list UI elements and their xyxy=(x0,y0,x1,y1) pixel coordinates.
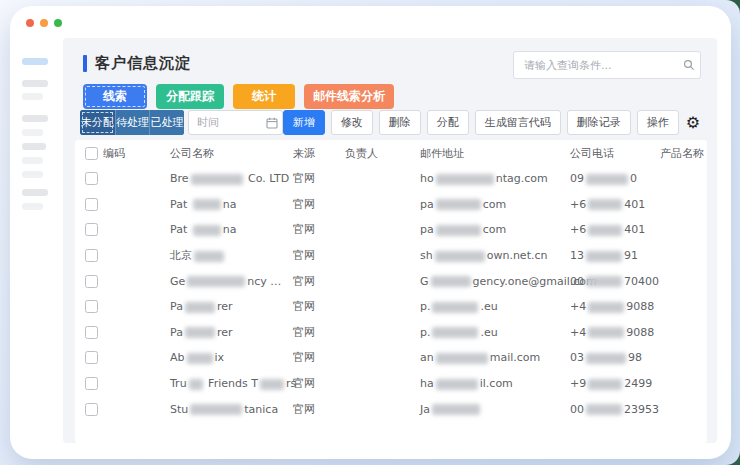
sidebar-skeleton-item xyxy=(22,58,48,65)
row-checkbox-wrap xyxy=(85,198,103,211)
tab-3[interactable]: 邮件线索分析 xyxy=(304,84,394,109)
table-row: Tru Friends Trs官网hail.com+92499 xyxy=(75,371,707,397)
cell-company: Pat na xyxy=(170,223,293,236)
cell-phone: 0398 xyxy=(570,351,660,364)
row-checkbox[interactable] xyxy=(85,172,98,185)
tab-1[interactable]: 分配跟踪 xyxy=(156,84,224,109)
cell-company: Abix xyxy=(170,351,293,364)
row-checkbox[interactable] xyxy=(85,300,98,313)
redacted-text xyxy=(187,353,213,364)
column-header-3: 负责人 xyxy=(345,146,420,161)
cell-source: 官网 xyxy=(293,402,345,417)
cell-email: Ggency.one@gmail.com xyxy=(420,275,570,288)
segment-1[interactable]: 待处理 xyxy=(115,110,150,135)
column-header-0: 编码 xyxy=(103,146,170,161)
sidebar-skeleton xyxy=(10,46,63,459)
date-filter xyxy=(188,110,283,135)
cell-email: shown.net.cn xyxy=(420,249,570,262)
redacted-text xyxy=(432,404,480,415)
search-icon[interactable] xyxy=(678,59,700,71)
row-checkbox-wrap xyxy=(85,275,103,288)
filter-toolbar: 未分配待处理已处理 新增修改删除分配生成留言代码删除记录操作⚙ xyxy=(80,110,701,135)
cell-phone: 090 xyxy=(570,172,660,185)
gear-icon[interactable]: ⚙ xyxy=(685,110,701,135)
search-input[interactable] xyxy=(514,59,678,72)
redacted-text xyxy=(588,379,622,390)
select-all-checkbox[interactable] xyxy=(85,147,98,160)
close-window-dot[interactable] xyxy=(26,19,34,27)
row-checkbox[interactable] xyxy=(85,275,98,288)
redacted-text xyxy=(588,302,624,313)
cell-source: 官网 xyxy=(293,248,345,263)
column-header-4: 邮件地址 xyxy=(420,146,570,161)
action-button-6[interactable]: 操作 xyxy=(637,110,679,135)
sidebar-skeleton-item xyxy=(22,157,43,164)
row-checkbox[interactable] xyxy=(85,249,98,262)
action-button-5[interactable]: 删除记录 xyxy=(567,110,631,135)
maximize-window-dot[interactable] xyxy=(54,19,62,27)
cell-source: 官网 xyxy=(293,197,345,212)
cell-company: Pat na xyxy=(170,198,293,211)
table-row: Stutanica官网Ja0023953 xyxy=(75,396,707,422)
action-button-3[interactable]: 分配 xyxy=(427,110,469,135)
action-button-4[interactable]: 生成留言代码 xyxy=(475,110,561,135)
redacted-text xyxy=(586,276,622,287)
cell-email: p..eu xyxy=(420,300,570,313)
cell-email: anmail.com xyxy=(420,351,570,364)
column-header-5: 公司电话 xyxy=(570,146,660,161)
cell-source: 官网 xyxy=(293,274,345,289)
redacted-text xyxy=(194,251,224,262)
cell-email: pacom xyxy=(420,223,570,236)
row-checkbox-wrap xyxy=(85,223,103,236)
redacted-text xyxy=(185,327,215,338)
redacted-text xyxy=(588,327,624,338)
tab-2[interactable]: 统计 xyxy=(233,84,295,109)
row-checkbox[interactable] xyxy=(85,377,98,390)
row-checkbox[interactable] xyxy=(85,198,98,211)
page-header: 客户信息沉淀 xyxy=(83,54,191,73)
cell-email: pacom xyxy=(420,198,570,211)
status-segmented-control: 未分配待处理已处理 xyxy=(80,110,184,135)
row-checkbox[interactable] xyxy=(85,403,98,416)
calendar-icon[interactable] xyxy=(262,117,282,129)
action-button-1[interactable]: 修改 xyxy=(331,110,373,135)
cell-company: Bre Co. LTD xyxy=(170,172,293,185)
tab-0[interactable]: 线索 xyxy=(83,84,147,109)
sidebar-skeleton-item xyxy=(22,115,48,122)
column-header-6: 产品名称 xyxy=(660,146,707,161)
table-row: Bre Co. LTD官网hontag.com090 xyxy=(75,166,707,192)
table-row: Gency …官网Ggency.one@gmail.com0070400 xyxy=(75,268,707,294)
action-button-0[interactable]: 新增 xyxy=(283,110,325,135)
table-header-row: 编码公司名称来源负责人邮件地址公司电话产品名称 xyxy=(75,140,707,166)
redacted-text xyxy=(586,404,622,415)
cell-company: Parer xyxy=(170,326,293,339)
action-button-2[interactable]: 删除 xyxy=(379,110,421,135)
module-tabs: 线索分配跟踪统计邮件线索分析 xyxy=(83,84,394,109)
segment-0[interactable]: 未分配 xyxy=(80,110,115,135)
cell-phone: +49088 xyxy=(570,326,660,339)
sidebar-skeleton-item xyxy=(22,143,46,150)
segment-2[interactable]: 已处理 xyxy=(149,110,184,135)
table-row: Pat na官网pacom+6401 xyxy=(75,192,707,218)
date-input[interactable] xyxy=(189,116,262,129)
page-title: 客户信息沉淀 xyxy=(95,54,191,73)
cell-phone: +49088 xyxy=(570,300,660,313)
cell-company: Tru Friends Trs xyxy=(170,377,293,390)
action-buttons: 新增修改删除分配生成留言代码删除记录操作⚙ xyxy=(283,110,701,135)
minimize-window-dot[interactable] xyxy=(40,19,48,27)
row-checkbox[interactable] xyxy=(85,351,98,364)
row-checkbox-wrap xyxy=(85,377,103,390)
row-checkbox-wrap xyxy=(85,300,103,313)
select-all-wrap xyxy=(85,147,103,160)
row-checkbox[interactable] xyxy=(85,223,98,236)
redacted-text xyxy=(435,251,485,262)
cell-phone: +92499 xyxy=(570,377,660,390)
table-row: Pat na官网pacom+6401 xyxy=(75,217,707,243)
sidebar-skeleton-item xyxy=(22,80,48,87)
row-checkbox-wrap xyxy=(85,326,103,339)
table-row: Parer官网p..eu+49088 xyxy=(75,294,707,320)
redacted-text xyxy=(191,174,243,185)
sidebar-skeleton-item xyxy=(22,129,43,136)
redacted-text xyxy=(436,353,488,364)
row-checkbox[interactable] xyxy=(85,326,98,339)
